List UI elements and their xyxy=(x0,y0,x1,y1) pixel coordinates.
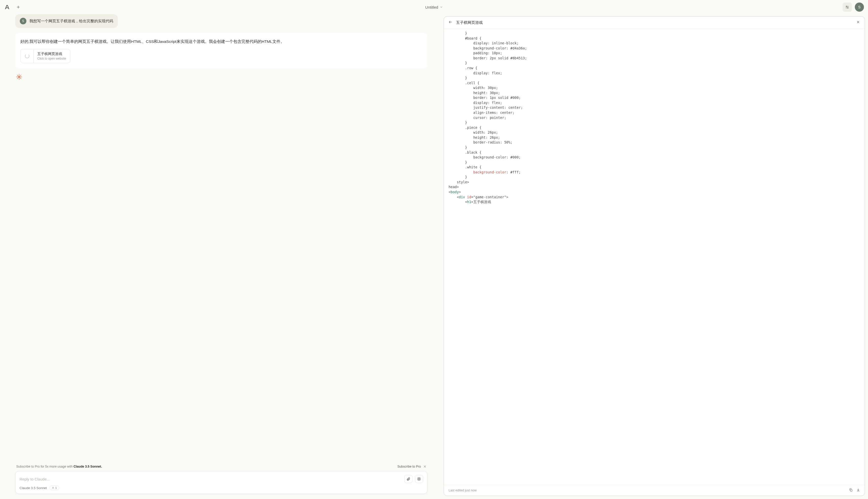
copy-button[interactable] xyxy=(849,488,853,493)
download-button[interactable] xyxy=(856,488,860,493)
attachment-count-badge[interactable]: 1 xyxy=(49,486,59,490)
artifact-subtitle: Click to open website xyxy=(37,57,66,60)
code-panel-title: 五子棋网页游戏 xyxy=(456,20,853,25)
svg-rect-7 xyxy=(418,478,419,479)
svg-point-3 xyxy=(846,6,847,7)
subscribe-message: Subscribe to Pro for 5x more usage with … xyxy=(16,465,102,468)
new-chat-button[interactable] xyxy=(14,3,22,11)
arrow-left-icon xyxy=(449,20,453,24)
code-content[interactable]: } #board { display: inline-block; backgr… xyxy=(444,29,865,485)
model-selector[interactable]: Claude 3.5 Sonnet xyxy=(20,486,47,490)
anthropic-logo xyxy=(4,4,10,10)
svg-point-8 xyxy=(52,487,53,488)
thinking-indicator xyxy=(16,74,427,81)
chat-title[interactable]: Untitled xyxy=(425,5,443,9)
last-edited-status: Last edited just now xyxy=(449,489,477,492)
paperclip-icon xyxy=(406,477,411,481)
message-input[interactable] xyxy=(20,477,402,481)
sliders-icon xyxy=(845,5,849,9)
conversation-panel: S 我想写一个网页五子棋游戏，给出完整的实现代码 好的,我可以帮你创建一个简单的… xyxy=(0,14,443,499)
svg-rect-12 xyxy=(851,490,852,491)
chevron-down-icon xyxy=(440,5,443,9)
stop-icon xyxy=(417,477,421,481)
artifact-card[interactable]: 五子棋网页游戏 Click to open website xyxy=(20,49,70,63)
settings-button[interactable] xyxy=(843,2,852,12)
message-input-box: Claude 3.5 Sonnet 1 xyxy=(15,471,427,494)
close-panel-button[interactable] xyxy=(856,20,860,25)
stop-button[interactable] xyxy=(415,475,423,483)
loading-spinner-icon xyxy=(25,54,29,58)
chat-title-text: Untitled xyxy=(425,5,438,9)
user-avatar-small: S xyxy=(20,18,26,24)
subscribe-link[interactable]: Subscribe to Pro xyxy=(397,465,421,468)
person-icon xyxy=(52,487,54,489)
svg-point-5 xyxy=(847,8,848,8)
copy-icon xyxy=(849,488,853,492)
code-preview-panel: 五子棋网页游戏 } #board { display: inline-block… xyxy=(444,16,865,496)
assistant-message-text: 好的,我可以帮你创建一个简单的网页五子棋游戏。让我们使用HTML、CSS和Jav… xyxy=(20,38,422,45)
artifact-title: 五子棋网页游戏 xyxy=(37,52,66,56)
download-icon xyxy=(856,488,860,492)
close-icon xyxy=(856,20,860,24)
attachment-button[interactable] xyxy=(404,475,413,483)
assistant-message: 好的,我可以帮你创建一个简单的网页五子棋游戏。让我们使用HTML、CSS和Jav… xyxy=(15,33,427,68)
user-message: S 我想写一个网页五子棋游戏，给出完整的实现代码 xyxy=(15,14,118,28)
close-subscribe-button[interactable]: ✕ xyxy=(423,464,426,468)
back-button[interactable] xyxy=(449,20,453,25)
starburst-icon xyxy=(16,74,23,81)
user-avatar[interactable]: S xyxy=(855,2,864,12)
user-message-text: 我想写一个网页五子棋游戏，给出完整的实现代码 xyxy=(29,19,113,24)
